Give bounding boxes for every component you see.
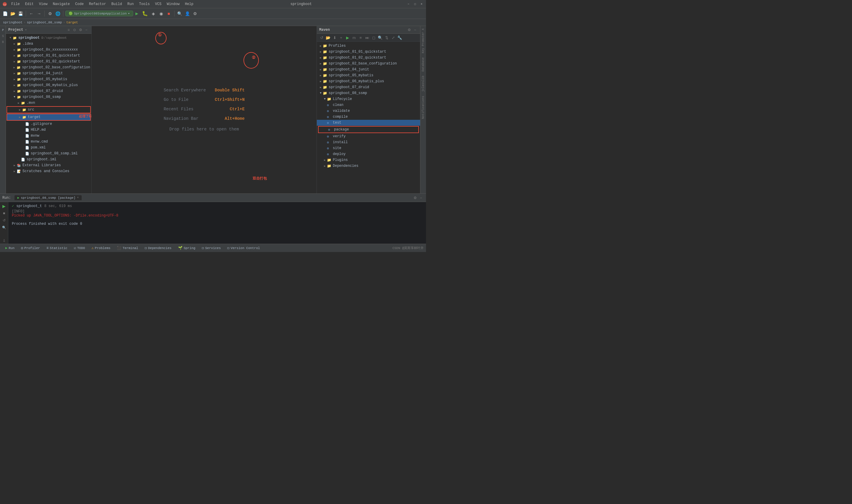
structure-tab-icon[interactable]: S xyxy=(1,33,5,38)
maven-sort-button[interactable]: ⇅ xyxy=(384,35,389,40)
tree-04-junit[interactable]: ▶ 📁 springboot_04_junit xyxy=(6,70,91,76)
maven-new-button[interactable]: + xyxy=(338,35,344,40)
run-play-button[interactable]: ▶ xyxy=(1,203,7,209)
run-search-button[interactable]: 🔍 xyxy=(1,224,7,230)
tree-mvn[interactable]: ▶ 📁 .mvn xyxy=(6,100,91,106)
run-tab[interactable]: ▶ springboot_08_ssmp [package] × xyxy=(15,195,81,200)
jclasslib-label[interactable]: jclasslib xyxy=(421,74,425,93)
run-stop-button[interactable]: ■ xyxy=(1,210,7,216)
translate-button[interactable]: 🌐 xyxy=(54,10,61,17)
breadcrumb-target[interactable]: target xyxy=(66,21,78,24)
stop-button[interactable]: ■ xyxy=(166,10,172,17)
status-vc-tab[interactable]: ◻ Version Control xyxy=(224,245,263,252)
maven-install[interactable]: ⚙ install xyxy=(317,139,420,145)
status-spring-tab[interactable]: 🌱 Spring xyxy=(175,245,199,252)
menu-tools[interactable]: Tools xyxy=(137,1,152,7)
tree-mvnwcmd[interactable]: 📄 mvnw.cmd xyxy=(6,139,91,145)
save-button[interactable]: 💾 xyxy=(17,10,24,17)
tree-iml-root[interactable]: 📄 springboot.iml xyxy=(6,157,91,162)
menu-vcs[interactable]: VCS xyxy=(153,1,164,7)
maven-download-button[interactable]: ⬇ xyxy=(332,35,338,40)
run-tab-close[interactable]: × xyxy=(77,196,79,199)
tree-scratches[interactable]: ▶ 📝 Scratches and Consoles xyxy=(6,168,91,174)
tree-01-01[interactable]: ▶ 📁 springboot_01_01_quickstart xyxy=(6,53,91,58)
run-scroll-button[interactable]: ⇩ xyxy=(1,238,7,244)
tree-pomxml[interactable]: 📄 pom.xml xyxy=(6,145,91,150)
tree-iml-08[interactable]: 📄 springboot_08_ssmp.iml xyxy=(6,150,91,157)
tree-gitignore[interactable]: 📄 .gitignore xyxy=(6,121,91,127)
maven-tree[interactable]: ▶ 📁 Profiles ▶ 📁 springboot_01_01_quicks… xyxy=(317,42,420,194)
status-profiler-tab[interactable]: ◎ Profiler xyxy=(18,245,43,252)
database-label[interactable]: Database xyxy=(421,56,425,73)
menu-window[interactable]: Window xyxy=(164,1,182,7)
profile-button[interactable]: ◉ xyxy=(158,10,164,17)
status-services-tab[interactable]: ◻ Services xyxy=(199,245,224,252)
maven-06[interactable]: ▶ 📁 springboot_06_mybatis_plus xyxy=(317,78,420,84)
debug-button[interactable]: 🐛 xyxy=(141,11,149,17)
maven-skip-button[interactable]: ⏭ xyxy=(364,35,370,40)
menu-file[interactable]: File xyxy=(9,1,22,7)
tree-02-base[interactable]: ▶ 📁 springboot_02_base_configuration xyxy=(6,65,91,70)
new-file-button[interactable]: 📄 xyxy=(2,10,8,17)
maven-05[interactable]: ▶ 📁 springboot_05_mybatis xyxy=(317,72,420,78)
maven-refresh-button[interactable]: ↺ xyxy=(319,35,325,40)
menu-refactor[interactable]: Refactor xyxy=(87,1,109,7)
maven-01-01[interactable]: ▶ 📁 springboot_01_01_quickstart xyxy=(317,49,420,55)
coverage-button[interactable]: ◈ xyxy=(150,10,157,17)
status-terminal-tab[interactable]: ⬛ Terminal xyxy=(114,245,141,252)
tree-root[interactable]: ▼ 📁 springboot D:\springboot xyxy=(6,35,91,41)
maven-test[interactable]: ⚙ test xyxy=(317,120,420,126)
maven-m-button[interactable]: m xyxy=(351,35,357,40)
tree-07-druid[interactable]: ▶ 📁 springboot_07_druid xyxy=(6,88,91,94)
bookmarks-tab-icon[interactable]: B xyxy=(1,39,5,44)
settings-panel-button[interactable]: ⚙ xyxy=(78,27,83,33)
tree-01-02[interactable]: ▶ 📁 springboot_01_02_quickstart xyxy=(6,58,91,65)
run-panel-minimize-button[interactable]: − xyxy=(418,195,424,200)
search-everywhere-button[interactable]: 🔍 xyxy=(177,10,183,17)
close-panel-button[interactable]: − xyxy=(84,27,89,33)
menu-help[interactable]: Help xyxy=(183,1,196,7)
maven-site[interactable]: ⚙ site xyxy=(317,145,420,151)
maven-verify[interactable]: ⚙ verify xyxy=(317,133,420,139)
maven-close-button[interactable]: − xyxy=(412,27,418,33)
maven-04[interactable]: ▶ 📁 springboot_04_junit xyxy=(317,67,420,72)
maven-tools-button[interactable]: 🔧 xyxy=(397,35,403,40)
settings-button[interactable]: ⚙ xyxy=(47,10,53,17)
tree-06-mybatis-plus[interactable]: ▶ 📁 springboot_06_mybatis_plus xyxy=(6,82,91,88)
maven-compile[interactable]: ⚙ compile xyxy=(317,114,420,120)
maven-validate[interactable]: ⚙ validate xyxy=(317,108,420,114)
tree-0x[interactable]: ▶ 📁 springboot_0x_xxxxxxxxxxxx xyxy=(6,47,91,53)
back-button[interactable]: ← xyxy=(28,10,35,17)
menu-view[interactable]: View xyxy=(37,1,50,7)
maven-deps[interactable]: ▶ 📁 Dependencies xyxy=(317,163,420,169)
run-panel-settings-button[interactable]: ⚙ xyxy=(412,195,418,200)
close-button[interactable]: × xyxy=(419,2,424,6)
project-tree[interactable]: ▼ 📁 springboot D:\springboot ▶ 📁 .idea ▶… xyxy=(6,34,91,194)
maven-profiles[interactable]: ▶ 📁 Profiles xyxy=(317,43,420,49)
tree-helpmd[interactable]: 📄 HELP.md xyxy=(6,127,91,133)
maven-settings-button[interactable]: ⚙ xyxy=(406,27,412,33)
tree-05-mybatis[interactable]: ▶ 📁 springboot_05_mybatis xyxy=(6,76,91,82)
maven-clean[interactable]: ⚙ clean xyxy=(317,102,420,108)
tree-idea[interactable]: ▶ 📁 .idea xyxy=(6,41,91,47)
menu-run[interactable]: Run xyxy=(125,1,136,7)
maven-plugins[interactable]: ▶ 📁 Plugins xyxy=(317,157,420,163)
forward-button[interactable]: → xyxy=(36,10,42,17)
status-run-tab[interactable]: ▶ Run xyxy=(2,245,17,252)
project-dropdown[interactable]: ▾ xyxy=(25,28,26,32)
maven-run-button[interactable]: ▶ xyxy=(345,35,350,40)
maximize-button[interactable]: □ xyxy=(413,2,417,6)
tree-mvnw[interactable]: 📄 mvnw xyxy=(6,133,91,139)
maven-diagram-button[interactable]: ◻ xyxy=(371,35,377,40)
settings-gear-button[interactable]: ⚙ xyxy=(192,10,199,17)
tree-target[interactable]: ▶ 📁 target xyxy=(7,114,90,120)
maven-lifecycle[interactable]: ▼ 📁 Lifecycle xyxy=(317,96,420,102)
status-todo-tab[interactable]: ☑ TODO xyxy=(71,245,88,252)
collapse-all-button[interactable]: ≡ xyxy=(66,27,71,33)
run-button[interactable]: ▶ xyxy=(134,11,140,17)
run-config-selector[interactable]: 🟢 Springboot08SsmpApplication ▾ xyxy=(66,11,133,16)
key-promoter-label[interactable]: Key Promoter X xyxy=(421,27,425,54)
tree-08-ssmp[interactable]: ▼ 📁 springboot_08_ssmp xyxy=(6,94,91,100)
maven-07[interactable]: ▶ 📁 springboot_07_druid xyxy=(317,84,420,90)
status-statistic-tab[interactable]: ≡ Statistic xyxy=(43,245,70,252)
